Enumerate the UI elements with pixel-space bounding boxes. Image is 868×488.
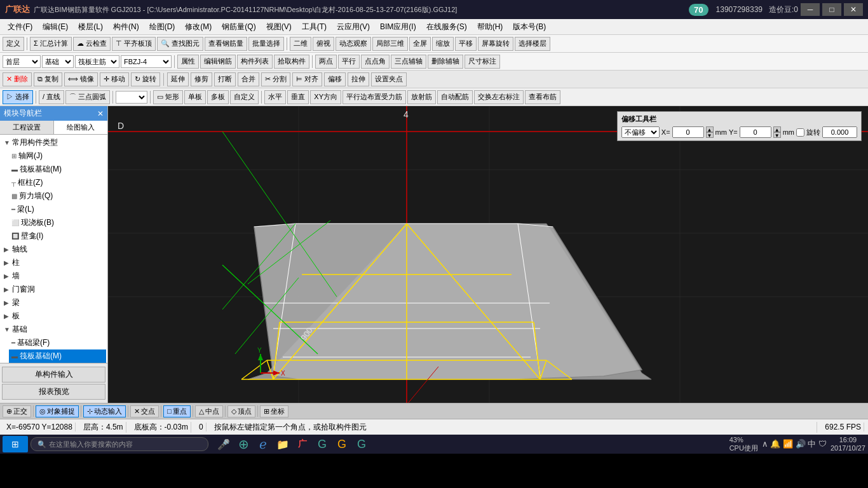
tb-extend[interactable]: 延伸 [167, 72, 189, 86]
panel-close-icon[interactable]: ✕ [97, 109, 104, 118]
tb-auto-config[interactable]: 自动配筋 [437, 90, 473, 104]
menu-item-l[interactable]: 楼层(L) [73, 20, 108, 34]
tb-parallel[interactable]: 平行 [338, 55, 360, 69]
y-input[interactable] [740, 126, 771, 138]
menu-item-m[interactable]: 修改(M) [180, 20, 217, 34]
tb-point-angle[interactable]: 点点角 [361, 55, 390, 69]
task-app-extra2[interactable]: G [333, 436, 351, 452]
x-down-btn[interactable]: ▼ [706, 132, 714, 138]
tree-door-window[interactable]: ▶ 门窗洞 [1, 283, 106, 296]
tb-fullscreen[interactable]: 全屏 [409, 37, 431, 51]
menu-item-bimi[interactable]: BIM应用(I) [375, 20, 421, 34]
tb-top-view[interactable]: 俯视 [313, 37, 334, 51]
tree-shear-wall[interactable]: ▩ 剪力墙(Q) [9, 189, 106, 203]
tb-two-point[interactable]: 两点 [315, 55, 337, 69]
tb-pull[interactable]: 拉伸 [348, 72, 369, 86]
tb-merge[interactable]: 合并 [238, 72, 259, 86]
tab-project-settings[interactable]: 工程设置 [0, 121, 54, 134]
tb-parallel-edge[interactable]: 平行边布置受力筋 [342, 90, 406, 104]
tree-beam[interactable]: ━ 梁(L) [9, 203, 106, 216]
tree-axis-net[interactable]: ⊞ 轴网(J) [9, 149, 106, 163]
menu-item-s[interactable]: 在线服务(S) [421, 20, 472, 34]
tb-horizontal[interactable]: 水平 [264, 90, 286, 104]
tree-cast-slab[interactable]: ⬜ 现浇板(B) [9, 216, 106, 229]
maximize-button[interactable]: □ [822, 3, 841, 16]
tb-line[interactable]: / 直线 [39, 90, 64, 104]
snap-midpoint[interactable]: △ 中点 [195, 405, 223, 417]
menu-item-t[interactable]: 工具(T) [297, 20, 332, 34]
rebar-type-select[interactable]: 筏板主筋 [75, 55, 119, 68]
tree-raft-foundation-m[interactable]: ▬ 筏板基础(M) [9, 163, 106, 176]
tree-slab-group[interactable]: ▶ 板 [1, 309, 106, 323]
tree-beam-group[interactable]: ▶ 梁 [1, 296, 106, 309]
menu-item-q[interactable]: 钢筋量(Q) [217, 20, 261, 34]
report-preview-btn[interactable]: 报表预览 [2, 384, 105, 400]
tree-foundation[interactable]: ▼ 基础 [1, 323, 106, 336]
tree-wall[interactable]: ▶ 墙 [1, 269, 106, 283]
tb-property[interactable]: 属性 [177, 55, 199, 69]
tb-sum[interactable]: Σ 汇总计算 [30, 37, 72, 51]
snap-vertex[interactable]: ◇ 顶点 [227, 405, 255, 417]
tb-offset-modify[interactable]: 偏移 [324, 72, 346, 86]
single-component-btn[interactable]: 单构件输入 [2, 367, 105, 383]
tree-foundation-beam[interactable]: ━ 基础梁(F) [9, 336, 106, 349]
y-down-btn[interactable]: ▼ [773, 132, 781, 138]
close-button[interactable]: ✕ [844, 3, 863, 16]
tab-drawing-input[interactable]: 绘图输入 [54, 121, 107, 134]
menu-item-d[interactable]: 绘图(D) [144, 20, 180, 34]
rotate-checkbox[interactable] [796, 128, 804, 137]
tb-vertical[interactable]: 垂直 [287, 90, 309, 104]
tb-swap-label[interactable]: 交换左右标注 [474, 90, 524, 104]
tb-split[interactable]: ✂ 分割 [261, 72, 290, 86]
canvas-area[interactable]: D 4 [108, 106, 868, 403]
task-app-folder[interactable]: 📁 [274, 436, 292, 452]
menu-item-n[interactable]: 构件(N) [108, 20, 144, 34]
tb-custom[interactable]: 自定义 [230, 90, 259, 104]
rotate-input[interactable] [822, 126, 857, 138]
minimize-button[interactable]: ─ [801, 3, 820, 16]
floor-select[interactable]: 首层 [3, 55, 41, 68]
tb-batch-select[interactable]: 批量选择 [248, 37, 284, 51]
component-type-select[interactable]: 基础 [42, 55, 74, 68]
x-up-btn[interactable]: ▲ [706, 126, 714, 132]
menu-item-b[interactable]: 版本号(B) [508, 20, 551, 34]
offset-mode-select[interactable]: 不偏移 [621, 126, 660, 138]
task-app-ie[interactable]: ℯ [254, 436, 272, 452]
menu-item-f[interactable]: 文件(F) [3, 20, 37, 34]
tb-multi-board[interactable]: 多板 [207, 90, 229, 104]
tb-dimension[interactable]: 尺寸标注 [465, 55, 500, 69]
tree-niche[interactable]: 🔲 壁龛(I) [9, 229, 106, 243]
task-app-browser[interactable]: ⊕ [234, 436, 252, 452]
task-app-mic[interactable]: 🎤 [215, 436, 233, 452]
item-select[interactable]: FBZJ-4 [121, 55, 172, 68]
y-up-btn[interactable]: ▲ [773, 126, 781, 132]
tree-raft-foundation[interactable]: ▬ 筏板基础(M) [9, 349, 106, 363]
start-button[interactable]: ⊞ [3, 436, 28, 452]
tb-find[interactable]: 🔍 查找图元 [157, 37, 203, 51]
tb-pick-component[interactable]: 拾取构件 [274, 55, 309, 69]
menu-item-v[interactable]: 云应用(V) [332, 20, 375, 34]
tb-break[interactable]: 打断 [214, 72, 236, 86]
task-time[interactable]: 16:09 2017/10/27 [831, 436, 865, 452]
tb-copy[interactable]: ⧉ 复制 [34, 72, 62, 86]
snap-endpoint[interactable]: □ 重点 [163, 405, 191, 417]
tree-frame-column[interactable]: ┬ 框柱(Z) [9, 176, 106, 189]
snap-coord[interactable]: ⊞ 坐标 [260, 405, 288, 417]
task-app-glodon[interactable]: 广 [294, 436, 311, 452]
tb-pan[interactable]: 平移 [455, 37, 477, 51]
menu-item-e[interactable]: 编辑(E) [37, 20, 73, 34]
tb-select[interactable]: ▷ 选择 [3, 90, 33, 104]
tb-set-fixture[interactable]: 设置夹点 [371, 72, 407, 86]
tb-mirror[interactable]: ⟺ 镜像 [64, 72, 98, 86]
tb-view-layout[interactable]: 查看布筋 [525, 90, 560, 104]
tb-component-list[interactable]: 构件列表 [237, 55, 273, 69]
tb-move[interactable]: ✛ 移动 [100, 72, 129, 86]
tree-axis-line[interactable]: ▶ 轴线 [1, 243, 106, 256]
tb-2d[interactable]: 二维 [290, 37, 311, 51]
tb-modify[interactable]: 修剪 [191, 72, 212, 86]
task-search-box[interactable]: 🔍 在这里输入你要搜索的内容 [31, 437, 208, 451]
menu-item-h[interactable]: 帮助(H) [472, 20, 508, 34]
snap-ortho[interactable]: ⊕ 正交 [3, 405, 31, 417]
tb-screen-rotate[interactable]: 屏幕旋转 [478, 37, 513, 51]
task-app-extra3[interactable]: G [353, 436, 370, 452]
